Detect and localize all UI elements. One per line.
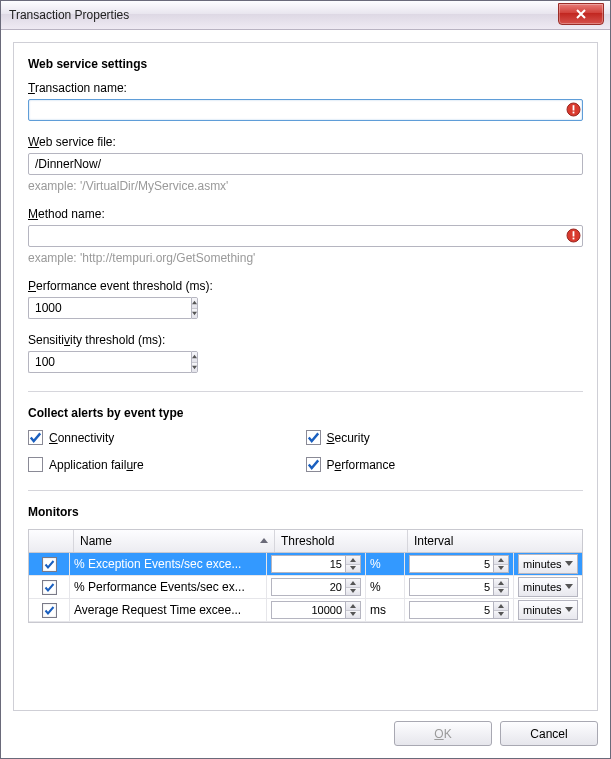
row-interval-cell [405, 553, 514, 575]
interval-spinner[interactable] [409, 578, 509, 596]
section-web-heading: Web service settings [28, 57, 583, 71]
sensitivity-input[interactable] [28, 351, 191, 373]
threshold-input[interactable] [271, 601, 345, 619]
spin-up-button[interactable] [346, 579, 360, 588]
checkbox-connectivity[interactable]: Connectivity [28, 430, 306, 445]
monitors-table: Name Threshold Interval % Exception Even… [28, 529, 583, 623]
web-service-file-hint: example: '/VirtualDir/MyService.asmx' [28, 179, 583, 193]
row-checkbox-cell[interactable] [29, 576, 70, 598]
svg-rect-5 [573, 238, 575, 240]
cancel-label: Cancel [530, 727, 567, 741]
transaction-name-input[interactable] [28, 99, 583, 121]
title-bar[interactable]: Transaction Properties [1, 1, 610, 30]
header-interval[interactable]: Interval [408, 530, 582, 552]
dialog-window: Transaction Properties Web service setti… [0, 0, 611, 759]
main-panel: Web service settings Transaction name: W… [13, 42, 598, 711]
web-service-file-label: Web service file: [28, 135, 583, 149]
perf-threshold-spinner[interactable] [28, 297, 198, 319]
spin-up-button[interactable] [192, 352, 197, 363]
row-unit-cell: ms [366, 599, 405, 621]
row-interval-unit-cell: minutes [514, 553, 582, 575]
interval-spinner[interactable] [409, 555, 509, 573]
spin-down-button[interactable] [494, 565, 508, 573]
close-icon [576, 9, 586, 19]
interval-spinner[interactable] [409, 601, 509, 619]
spin-down-button[interactable] [494, 588, 508, 596]
row-interval-unit-cell: minutes [514, 599, 582, 621]
cancel-button[interactable]: Cancel [500, 721, 598, 746]
checkbox-security[interactable]: Security [306, 430, 584, 445]
chevron-down-icon [565, 584, 573, 590]
threshold-spinner[interactable] [271, 601, 361, 619]
spinner-buttons [191, 297, 198, 319]
perf-threshold-input[interactable] [28, 297, 191, 319]
row-threshold-cell [267, 599, 366, 621]
spin-down-button[interactable] [192, 363, 197, 373]
spin-up-button[interactable] [346, 602, 360, 611]
threshold-input[interactable] [271, 578, 345, 596]
interval-unit-select[interactable]: minutes [518, 554, 578, 574]
chevron-down-icon [565, 561, 573, 567]
row-interval-cell [405, 576, 514, 598]
checkbox-performance[interactable]: Performance [306, 457, 584, 472]
header-interval-label: Interval [414, 534, 453, 548]
interval-input[interactable] [409, 578, 493, 596]
spin-down-button[interactable] [346, 565, 360, 573]
select-value: minutes [523, 604, 562, 616]
spin-down-button[interactable] [192, 309, 197, 319]
row-checkbox-cell[interactable] [29, 599, 70, 621]
checkbox-icon [28, 430, 43, 445]
spin-down-button[interactable] [346, 588, 360, 596]
threshold-spinner[interactable] [271, 578, 361, 596]
checkbox-label: Performance [327, 458, 396, 472]
header-name-label: Name [80, 534, 112, 548]
checkbox-icon [28, 457, 43, 472]
spin-down-button[interactable] [494, 611, 508, 619]
threshold-spinner[interactable] [271, 555, 361, 573]
section-monitors-heading: Monitors [28, 505, 583, 519]
alerts-grid: Connectivity Security Application failur… [28, 430, 583, 472]
spin-down-button[interactable] [346, 611, 360, 619]
select-value: minutes [523, 558, 562, 570]
header-threshold[interactable]: Threshold [275, 530, 408, 552]
transaction-name-label: Transaction name: [28, 81, 583, 95]
interval-input[interactable] [409, 601, 493, 619]
checkbox-app-failure[interactable]: Application failure [28, 457, 306, 472]
threshold-input[interactable] [271, 555, 345, 573]
divider [28, 490, 583, 491]
perf-threshold-label: Performance event threshold (ms): [28, 279, 583, 293]
interval-unit-select[interactable]: minutes [518, 577, 578, 597]
sensitivity-spinner[interactable] [28, 351, 198, 373]
method-name-label: Method name: [28, 207, 583, 221]
method-name-input[interactable] [28, 225, 583, 247]
checkbox-icon [42, 580, 57, 595]
header-name[interactable]: Name [74, 530, 275, 552]
spin-up-button[interactable] [192, 298, 197, 309]
table-row[interactable]: % Performance Events/sec ex...%minutes [29, 576, 582, 599]
table-body: % Exception Events/sec exce...%minutes% … [29, 553, 582, 622]
table-row[interactable]: % Exception Events/sec exce...%minutes [29, 553, 582, 576]
row-checkbox-cell[interactable] [29, 553, 70, 575]
ok-button[interactable]: OK [394, 721, 492, 746]
checkbox-label: Application failure [49, 458, 144, 472]
error-icon [566, 102, 581, 117]
table-row[interactable]: Average Request Time excee...msminutes [29, 599, 582, 622]
client-area: Web service settings Transaction name: W… [1, 30, 610, 758]
interval-unit-select[interactable]: minutes [518, 600, 578, 620]
header-threshold-label: Threshold [281, 534, 334, 548]
spin-up-button[interactable] [494, 579, 508, 588]
header-checkbox-col[interactable] [29, 530, 74, 552]
close-button[interactable] [558, 3, 604, 25]
row-name-cell: % Exception Events/sec exce... [70, 553, 267, 575]
interval-input[interactable] [409, 555, 493, 573]
spin-up-button[interactable] [346, 556, 360, 565]
svg-rect-1 [573, 105, 575, 110]
spin-up-button[interactable] [494, 556, 508, 565]
row-unit-cell: % [366, 553, 405, 575]
row-interval-cell [405, 599, 514, 621]
checkbox-label: Connectivity [49, 431, 114, 445]
checkbox-icon [42, 557, 57, 572]
sensitivity-label: Sensitivity threshold (ms): [28, 333, 583, 347]
spin-up-button[interactable] [494, 602, 508, 611]
web-service-file-input[interactable] [28, 153, 583, 175]
